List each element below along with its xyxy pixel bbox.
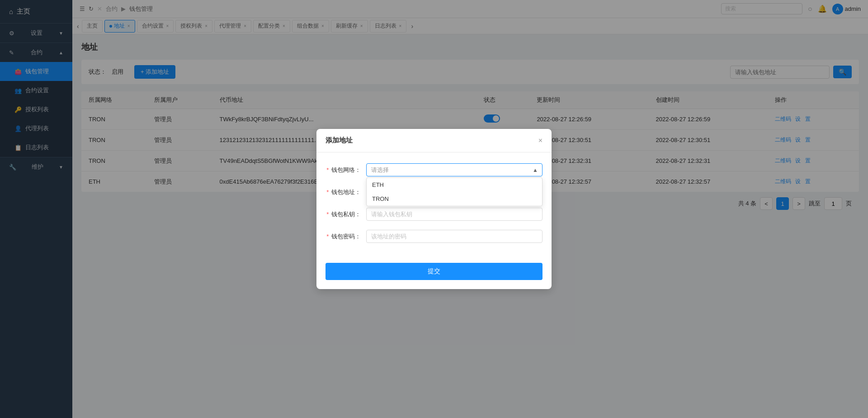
private-key-field (366, 208, 542, 221)
network-dropdown-list: ETH TRON (366, 177, 542, 206)
network-field: 请选择 ETH TRON ▲ ETH TRON (366, 163, 542, 176)
password-field-label: 钱包密码： (331, 233, 361, 240)
private-key-required-mark: * (326, 211, 329, 218)
network-required-mark: * (326, 166, 329, 173)
address-required-mark: * (326, 189, 329, 195)
modal-footer: 提交 (316, 263, 552, 289)
network-select[interactable]: 请选择 ETH TRON (366, 163, 542, 176)
dropdown-item-tron[interactable]: TRON (367, 192, 542, 206)
dropdown-item-eth[interactable]: ETH (367, 178, 542, 192)
address-field-label: 钱包地址： (331, 189, 361, 195)
form-row-private-key: * 钱包私钥： (326, 208, 542, 221)
password-required-mark: * (326, 233, 329, 240)
form-row-network: * 钱包网络： 请选择 ETH TRON ▲ ETH (326, 163, 542, 176)
modal-title: 添加地址 (326, 136, 353, 145)
wallet-private-key-input[interactable] (366, 208, 542, 221)
address-label: * 钱包地址： (326, 185, 366, 196)
wallet-password-input[interactable] (366, 230, 542, 243)
network-select-wrapper: 请选择 ETH TRON ▲ ETH TRON (366, 163, 542, 176)
password-label: * 钱包密码： (326, 230, 366, 241)
modal-close-button[interactable]: × (538, 137, 542, 145)
modal-body: * 钱包网络： 请选择 ETH TRON ▲ ETH (316, 152, 552, 263)
password-field (366, 230, 542, 243)
modal-header: 添加地址 × (316, 129, 552, 152)
network-label: * 钱包网络： (326, 163, 366, 174)
private-key-field-label: 钱包私钥： (331, 211, 361, 218)
private-key-label: * 钱包私钥： (326, 208, 366, 218)
modal-submit-button[interactable]: 提交 (326, 263, 542, 280)
network-field-label: 钱包网络： (331, 166, 361, 173)
add-address-modal: 添加地址 × * 钱包网络： 请选择 ETH TRON ▲ (316, 129, 552, 289)
modal-overlay[interactable]: 添加地址 × * 钱包网络： 请选择 ETH TRON ▲ (0, 0, 868, 418)
form-row-password: * 钱包密码： (326, 230, 542, 243)
